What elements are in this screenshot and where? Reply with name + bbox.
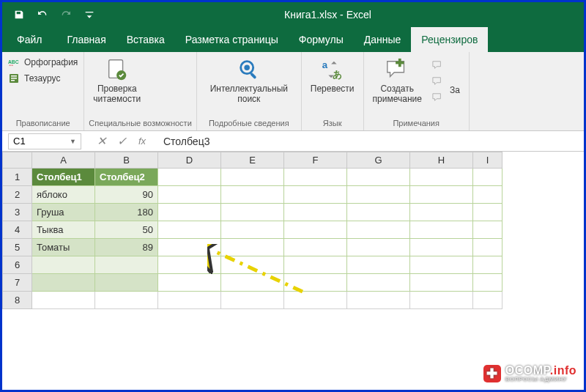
cell[interactable] (347, 221, 410, 239)
smart-lookup-button[interactable]: Интеллектуальный поиск (201, 55, 297, 106)
cell[interactable] (221, 186, 284, 204)
cell[interactable] (410, 274, 473, 292)
col-header[interactable]: G (347, 152, 410, 169)
cell[interactable] (347, 274, 410, 292)
insert-function-button[interactable]: fx (136, 135, 149, 148)
cell[interactable] (410, 204, 473, 221)
cell[interactable] (158, 221, 221, 239)
cell[interactable] (284, 274, 347, 292)
cell[interactable] (32, 274, 95, 292)
cell[interactable] (347, 204, 410, 221)
thesaurus-button[interactable]: Тезаурус (7, 71, 79, 86)
cell[interactable] (473, 169, 502, 186)
col-header[interactable]: D (158, 152, 221, 169)
cell[interactable] (221, 221, 284, 239)
col-header[interactable]: H (410, 152, 473, 169)
new-comment-button[interactable]: Создать примечание (368, 55, 426, 106)
cell[interactable] (347, 169, 410, 186)
cell[interactable] (473, 256, 502, 274)
cell[interactable]: 180 (95, 204, 158, 221)
tab-home[interactable]: Главная (56, 27, 116, 52)
cell[interactable] (32, 292, 95, 309)
cell[interactable] (95, 256, 158, 274)
cell[interactable] (410, 292, 473, 309)
enter-formula-button[interactable]: ✓ (115, 135, 128, 148)
check-accessibility-button[interactable]: Проверка читаемости (89, 55, 145, 106)
col-header[interactable]: A (32, 152, 95, 169)
select-all-corner[interactable] (3, 152, 32, 169)
cell[interactable] (221, 292, 284, 309)
cell[interactable] (410, 221, 473, 239)
cell[interactable]: Столбец2 (95, 169, 158, 186)
cell[interactable] (347, 256, 410, 274)
cell[interactable] (284, 169, 347, 186)
spreadsheet-grid[interactable]: A B D E F G H I 1 Столбец1 Столбец2 2 яб… (2, 152, 584, 309)
tab-page-layout[interactable]: Разметка страницы (175, 27, 289, 52)
cell[interactable]: Груша (32, 204, 95, 221)
row-header[interactable]: 8 (3, 292, 32, 309)
name-box[interactable]: C1 ▼ (8, 133, 81, 149)
cell[interactable] (221, 256, 284, 274)
cell[interactable] (95, 274, 158, 292)
save-button[interactable] (10, 5, 29, 24)
row-header[interactable]: 1 (3, 169, 32, 186)
row-header[interactable]: 5 (3, 239, 32, 256)
cell[interactable] (473, 186, 502, 204)
cell[interactable] (410, 239, 473, 256)
cell[interactable] (347, 292, 410, 309)
cell[interactable] (158, 274, 221, 292)
row-header[interactable]: 6 (3, 256, 32, 274)
col-header[interactable]: F (284, 152, 347, 169)
translate-button[interactable]: aあ Перевести (306, 55, 359, 96)
cell[interactable] (221, 239, 284, 256)
tab-file[interactable]: Файл (2, 27, 56, 52)
row-header[interactable]: 7 (3, 274, 32, 292)
cell[interactable]: 90 (95, 186, 158, 204)
cell[interactable] (473, 274, 502, 292)
cell[interactable]: яблоко (32, 186, 95, 204)
col-header[interactable]: I (473, 152, 502, 169)
delete-comment-button[interactable] (429, 58, 445, 73)
cell[interactable] (284, 221, 347, 239)
cell[interactable] (284, 292, 347, 309)
cell[interactable] (95, 292, 158, 309)
protect-button-partial[interactable]: За (448, 55, 464, 97)
prev-comment-button[interactable] (429, 74, 445, 89)
tab-review[interactable]: Рецензиров (411, 27, 488, 52)
cell[interactable] (473, 292, 502, 309)
col-header[interactable]: B (95, 152, 158, 169)
cell[interactable]: Тыква (32, 221, 95, 239)
cell[interactable] (347, 239, 410, 256)
cell[interactable] (410, 256, 473, 274)
cell[interactable] (158, 169, 221, 186)
next-comment-button[interactable] (429, 90, 445, 105)
formula-input[interactable]: Столбец3 (156, 136, 584, 147)
cell[interactable] (284, 256, 347, 274)
cell[interactable] (410, 186, 473, 204)
spelling-button[interactable]: ABC Орфография (7, 55, 79, 70)
cell[interactable] (284, 204, 347, 221)
row-header[interactable]: 2 (3, 186, 32, 204)
cell[interactable] (473, 204, 502, 221)
cell[interactable]: Столбец1 (32, 169, 95, 186)
qat-customize-button[interactable] (80, 5, 99, 24)
cell[interactable] (347, 186, 410, 204)
cell[interactable] (221, 204, 284, 221)
cell[interactable] (473, 221, 502, 239)
cell[interactable] (158, 239, 221, 256)
cell[interactable] (284, 186, 347, 204)
cell[interactable] (32, 256, 95, 274)
redo-button[interactable] (56, 5, 75, 24)
cell[interactable] (410, 169, 473, 186)
tab-data[interactable]: Данные (354, 27, 412, 52)
cell[interactable] (158, 204, 221, 221)
cell[interactable] (158, 292, 221, 309)
col-header[interactable]: E (221, 152, 284, 169)
cell[interactable] (473, 239, 502, 256)
tab-formulas[interactable]: Формулы (289, 27, 354, 52)
cell[interactable] (158, 186, 221, 204)
cell[interactable] (158, 256, 221, 274)
undo-button[interactable] (33, 5, 52, 24)
cell[interactable]: 50 (95, 221, 158, 239)
tab-insert[interactable]: Вставка (116, 27, 175, 52)
